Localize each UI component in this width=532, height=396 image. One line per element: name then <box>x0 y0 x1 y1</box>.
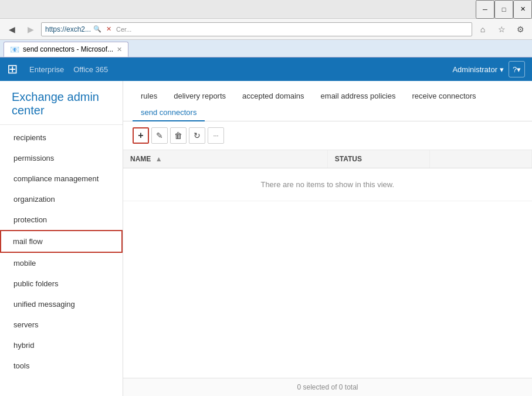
content-tab-email-address-policies[interactable]: email address policies <box>313 88 404 105</box>
address-text: https://exch2... <box>45 25 91 33</box>
content-tab-receive-connectors[interactable]: receive connectors <box>404 88 484 105</box>
extra-column-header <box>429 150 531 168</box>
home-button[interactable]: ⌂ <box>475 21 491 38</box>
sidebar-item-mail-flow[interactable]: mail flow <box>0 230 123 253</box>
connectors-table: NAME ▲ STATUS There are no items to show… <box>123 150 532 201</box>
sidebar: Exchange admin center recipientspermissi… <box>0 81 123 396</box>
app-logo: ⊞ <box>7 62 18 77</box>
content-tab-rules[interactable]: rules <box>133 88 165 105</box>
content-area: rulesdelivery reportsaccepted domainsema… <box>123 81 532 396</box>
active-browser-tab[interactable]: 📧 send connectors - Microsof... ✕ <box>4 42 128 57</box>
edit-icon: ✎ <box>156 131 163 140</box>
window-chrome: ─ □ ✕ <box>0 0 532 19</box>
back-button[interactable]: ◀ <box>4 21 20 38</box>
edit-button[interactable]: ✎ <box>151 127 168 144</box>
delete-button[interactable]: 🗑 <box>170 127 187 144</box>
more-icon: ··· <box>213 132 218 139</box>
delete-icon: 🗑 <box>174 131 182 140</box>
sidebar-item-compliance-management[interactable]: compliance management <box>0 168 123 189</box>
table-header-row: NAME ▲ STATUS <box>123 150 532 168</box>
admin-dropdown[interactable]: Administrator ▾ <box>452 65 504 74</box>
app-topbar: ⊞ Enterprise Office 365 Administrator ▾ … <box>0 57 532 81</box>
toolbar: + ✎ 🗑 ↻ ··· <box>123 121 532 150</box>
table-footer: 0 selected of 0 total <box>123 378 532 396</box>
sidebar-item-servers[interactable]: servers <box>0 314 123 335</box>
minimize-button[interactable]: ─ <box>476 0 494 19</box>
main-layout: Exchange admin center recipientspermissi… <box>0 81 532 396</box>
tab-close-button[interactable]: ✕ <box>117 46 122 53</box>
sort-arrow-icon: ▲ <box>155 155 162 163</box>
sidebar-item-tools[interactable]: tools <box>0 356 123 376</box>
sidebar-item-protection[interactable]: protection <box>0 209 123 230</box>
star-button[interactable]: ☆ <box>493 21 510 38</box>
sidebar-item-unified-messaging[interactable]: unified messaging <box>0 294 123 314</box>
add-icon: + <box>138 130 143 141</box>
settings-button[interactable]: ⚙ <box>512 21 528 38</box>
nav-office365[interactable]: Office 365 <box>73 65 108 74</box>
name-column-header[interactable]: NAME ▲ <box>123 150 327 168</box>
tab-icon: 📧 <box>10 45 19 54</box>
nav-enterprise[interactable]: Enterprise <box>29 65 64 74</box>
browser-tab-bar: 📧 send connectors - Microsof... ✕ <box>0 40 532 57</box>
forward-button[interactable]: ▶ <box>22 21 39 38</box>
address-cert: Cer... <box>116 26 131 33</box>
browser-bar: ◀ ▶ https://exch2... 🔍 ✕ Cer... ⌂ ☆ ⚙ <box>0 19 532 40</box>
status-column-header[interactable]: STATUS <box>327 150 429 168</box>
topbar-right: Administrator ▾ ? ▾ <box>452 61 525 77</box>
maximize-button[interactable]: □ <box>494 0 513 19</box>
page-title: Exchange admin center <box>0 81 123 125</box>
admin-label: Administrator <box>452 65 497 74</box>
help-chevron-icon: ▾ <box>517 65 521 74</box>
address-search: 🔍 <box>93 25 101 33</box>
table-container: NAME ▲ STATUS There are no items to show… <box>123 150 532 378</box>
add-button[interactable]: + <box>133 127 149 144</box>
empty-message-row: There are no items to show in this view. <box>123 168 532 201</box>
sidebar-item-recipients[interactable]: recipients <box>0 127 123 148</box>
sidebar-item-permissions[interactable]: permissions <box>0 148 123 168</box>
close-button[interactable]: ✕ <box>513 0 532 19</box>
help-icon: ? <box>513 65 517 74</box>
empty-message: There are no items to show in this view. <box>123 168 532 201</box>
selection-count: 0 selected of 0 total <box>297 383 358 391</box>
sidebar-nav: recipientspermissionscompliance manageme… <box>0 125 123 376</box>
content-tab-send-connectors[interactable]: send connectors <box>133 104 205 121</box>
sidebar-item-public-folders[interactable]: public folders <box>0 273 123 294</box>
address-x: ✕ <box>106 25 111 33</box>
address-bar[interactable]: https://exch2... 🔍 ✕ Cer... <box>41 22 472 36</box>
content-tab-accepted-domains[interactable]: accepted domains <box>234 88 313 105</box>
content-tab-delivery-reports[interactable]: delivery reports <box>165 88 234 105</box>
refresh-button[interactable]: ↻ <box>189 127 205 144</box>
sidebar-item-organization[interactable]: organization <box>0 189 123 209</box>
more-button[interactable]: ··· <box>208 127 224 144</box>
help-button[interactable]: ? ▾ <box>509 61 525 77</box>
window-controls: ─ □ ✕ <box>476 0 532 19</box>
sidebar-item-hybrid[interactable]: hybrid <box>0 335 123 356</box>
app-nav-links: Enterprise Office 365 <box>29 65 108 74</box>
sidebar-item-mobile[interactable]: mobile <box>0 253 123 273</box>
content-tabs: rulesdelivery reportsaccepted domainsema… <box>123 81 532 121</box>
tab-label: send connectors - Microsof... <box>23 45 113 53</box>
admin-chevron-icon: ▾ <box>500 65 504 74</box>
refresh-icon: ↻ <box>194 131 201 140</box>
